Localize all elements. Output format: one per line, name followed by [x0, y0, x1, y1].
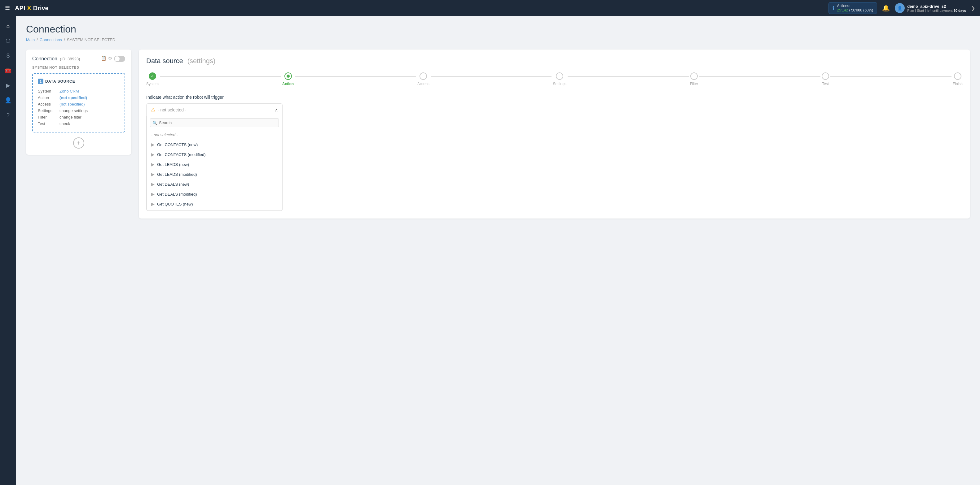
bell-icon[interactable]: 🔔 [882, 4, 890, 12]
play-icon: ▶ [151, 192, 154, 197]
table-row: Settings change settings [38, 108, 119, 114]
dropdown-item[interactable]: ▶ Get LEADS (new) [147, 159, 282, 169]
actions-numbers: 25'142 / 50'000 (50%) [837, 8, 873, 13]
sidebar-item-media[interactable]: ▶ [2, 79, 14, 92]
breadcrumb: Main / Connections / SYSTEM NOT SELECTED [26, 38, 970, 42]
dropdown-list: - not selected - ▶ Get CONTACTS (new) ▶ … [147, 130, 282, 211]
main-layout: ⌂ ⬡ $ 🧰 ▶ 👤 ? Connection Main / Connecti… [0, 16, 980, 485]
chevron-up-icon: ∧ [275, 108, 278, 113]
step-line-3 [431, 76, 552, 77]
step-label-system: System [146, 82, 159, 86]
progress-steps: ✓ System Action Access [146, 73, 963, 86]
play-icon: ▶ [151, 152, 154, 157]
dropdown-menu: 🔍 - not selected - ▶ Get CONTACTS (new) [146, 116, 282, 211]
table-row: System Zoho CRM [38, 88, 119, 94]
logo-drive: Drive [33, 5, 49, 12]
step-circle-access [420, 73, 427, 80]
sidebar-item-help[interactable]: ? [2, 109, 14, 121]
ds-title: DATA SOURCE [45, 79, 75, 84]
navbar: ☰ APIXDrive ℹ Actions: 25'142 / 50'000 (… [0, 0, 980, 16]
actions-badge: ℹ Actions: 25'142 / 50'000 (50%) [829, 2, 877, 14]
dropdown-item[interactable]: ▶ Get QUOTES (new) [147, 199, 282, 209]
avatar: 👤 [895, 3, 905, 13]
sidebar-item-tools[interactable]: 🧰 [2, 64, 14, 77]
content-area: Connection Main / Connections / SYSTEM N… [16, 16, 980, 485]
step-circle-settings [556, 73, 563, 80]
search-box: 🔍 [147, 116, 282, 130]
step-circle-system: ✓ [149, 73, 156, 80]
dropdown-item[interactable]: ▶ Get QUOTES (modified) [147, 209, 282, 211]
user-plan: Plan | Start | left until payment 30 day… [907, 9, 966, 13]
logo: APIXDrive [15, 5, 49, 12]
step-line-5 [699, 76, 821, 77]
user-name: demo_apix-drive_s2 [907, 4, 966, 9]
copy-icon[interactable]: 📋 [101, 56, 106, 62]
logo-x: X [27, 5, 31, 12]
breadcrumb-connections[interactable]: Connections [40, 38, 62, 42]
step-circle-action [285, 73, 292, 80]
logo-api: API [15, 5, 25, 12]
system-label: SYSTEM NOT SELECTED [32, 66, 125, 69]
table-row: Access (not specified) [38, 101, 119, 108]
table-row: Filter change filter [38, 114, 119, 120]
sidebar-item-home[interactable]: ⌂ [2, 20, 14, 32]
panel-title: Connection (ID: 38923) [32, 56, 80, 62]
sidebar: ⌂ ⬡ $ 🧰 ▶ 👤 ? [0, 16, 16, 485]
panel-icons: 📋 ⚙ [101, 56, 125, 62]
play-icon: ▶ [151, 162, 154, 167]
sidebar-item-profile[interactable]: 👤 [2, 94, 14, 106]
step-circle-filter [690, 73, 698, 80]
gear-icon[interactable]: ⚙ [108, 56, 112, 62]
user-section: 👤 demo_apix-drive_s2 Plan | Start | left… [895, 3, 975, 13]
step-access: Access [417, 73, 430, 86]
panel-header: Connection (ID: 38923) 📋 ⚙ [32, 56, 125, 62]
actions-label: Actions: [837, 4, 873, 8]
search-input[interactable] [150, 118, 279, 127]
user-info: demo_apix-drive_s2 Plan | Start | left u… [907, 4, 966, 13]
info-icon: ℹ [832, 5, 834, 11]
dropdown-item[interactable]: ▶ Get LEADS (modified) [147, 169, 282, 179]
dropdown-trigger[interactable]: ⚠ - not selected - ∧ [146, 104, 282, 116]
right-panel: Data source (settings) ✓ System Action [139, 49, 970, 219]
dropdown-selected-text: - not selected - [158, 108, 275, 113]
add-connection-button[interactable]: + [73, 138, 84, 149]
step-test: Test [822, 73, 829, 86]
step-label-access: Access [417, 82, 430, 86]
sidebar-item-connections[interactable]: ⬡ [2, 35, 14, 47]
play-icon: ▶ [151, 182, 154, 187]
step-label-test: Test [822, 82, 829, 86]
step-finish: Finish [953, 73, 963, 86]
dropdown-item-not-selected[interactable]: - not selected - [147, 130, 282, 139]
dropdown-item[interactable]: ▶ Get DEALS (modified) [147, 189, 282, 199]
breadcrumb-main[interactable]: Main [26, 38, 35, 42]
toggle-switch[interactable] [114, 56, 125, 62]
step-settings: Settings [553, 73, 566, 86]
datasource-settings-title: Data source (settings) [146, 57, 963, 65]
step-filter: Filter [690, 73, 698, 86]
panels: Connection (ID: 38923) 📋 ⚙ SYSTEM NOT SE… [26, 49, 970, 219]
step-circle-finish [954, 73, 961, 80]
warning-icon: ⚠ [151, 107, 155, 113]
action-dropdown[interactable]: ⚠ - not selected - ∧ 🔍 [146, 103, 283, 211]
play-icon: ▶ [151, 142, 154, 147]
action-prompt: Indicate what action the robot will trig… [146, 95, 963, 100]
dropdown-item[interactable]: ▶ Get CONTACTS (new) [147, 139, 282, 149]
step-line-1 [160, 76, 281, 77]
hamburger-icon[interactable]: ☰ [5, 5, 10, 11]
actions-count: 25'142 [837, 8, 848, 13]
step-line-6 [830, 76, 951, 77]
actions-info: Actions: 25'142 / 50'000 (50%) [837, 4, 873, 13]
play-icon: ▶ [151, 172, 154, 177]
step-label-action: Action [282, 82, 294, 86]
actions-percent: 50% [864, 8, 872, 13]
step-label-finish: Finish [953, 82, 963, 86]
datasource-box: 1 DATA SOURCE System Zoho CRM Action (no… [32, 73, 125, 133]
dropdown-item[interactable]: ▶ Get DEALS (new) [147, 179, 282, 189]
ds-header: 1 DATA SOURCE [38, 79, 119, 84]
sidebar-item-billing[interactable]: $ [2, 49, 14, 62]
breadcrumb-current: SYSTEM NOT SELECTED [67, 38, 116, 42]
step-action: Action [282, 73, 294, 86]
step-label-filter: Filter [690, 82, 698, 86]
step-system: ✓ System [146, 73, 159, 86]
dropdown-item[interactable]: ▶ Get CONTACTS (modified) [147, 149, 282, 159]
